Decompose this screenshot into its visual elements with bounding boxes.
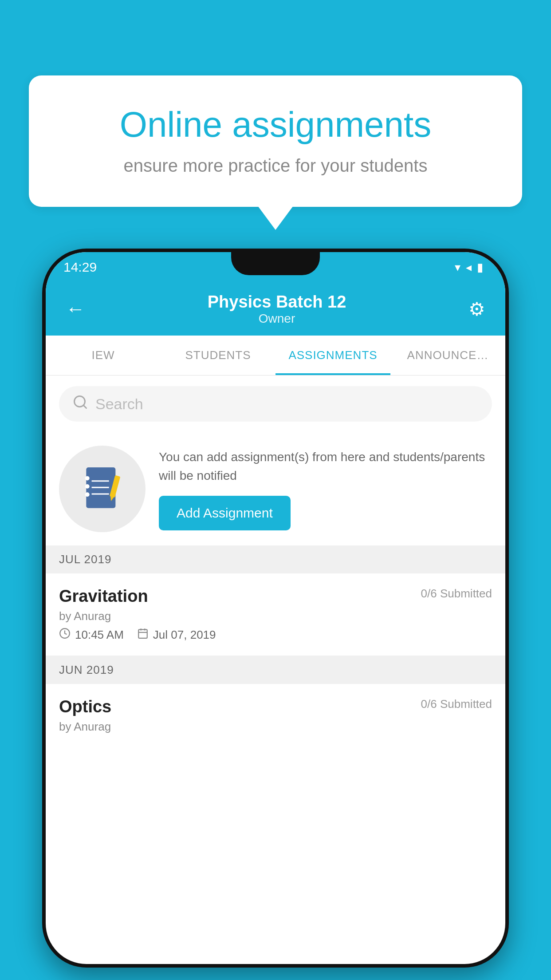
- assignment-promo: You can add assignment(s) from here and …: [46, 432, 505, 545]
- phone-screen: 14:29 ▾ ◂ ▮ ← Physics Batch 12 Owner ⚙ I…: [46, 252, 505, 964]
- assignment-name-gravitation: Gravitation: [59, 587, 148, 606]
- status-time: 14:29: [63, 260, 97, 275]
- svg-point-9: [85, 484, 89, 489]
- assignment-submitted-optics: 0/6 Submitted: [421, 697, 492, 711]
- tab-announcements-label: ANNOUNCE…: [407, 348, 489, 362]
- svg-line-1: [83, 405, 87, 408]
- notebook-icon: [80, 465, 125, 514]
- calendar-icon: [137, 628, 149, 642]
- clock-icon: [59, 628, 71, 642]
- search-placeholder: Search: [95, 395, 143, 413]
- assignment-meta-gravitation: 10:45 AM Jul 07, 2019: [59, 628, 492, 642]
- assignment-info: You can add assignment(s) from here and …: [159, 448, 492, 530]
- assignment-row-gravitation[interactable]: Gravitation 0/6 Submitted by Anurag 10:4…: [46, 573, 505, 656]
- meta-time-value: 10:45 AM: [75, 628, 124, 642]
- search-icon: [72, 394, 88, 414]
- tab-announcements[interactable]: ANNOUNCE…: [390, 336, 505, 375]
- assignment-submitted-gravitation: 0/6 Submitted: [421, 587, 492, 601]
- tabs-bar: IEW STUDENTS ASSIGNMENTS ANNOUNCE…: [46, 336, 505, 375]
- svg-point-10: [85, 492, 89, 497]
- tab-assignments-label: ASSIGNMENTS: [288, 348, 377, 362]
- wifi-icon: ▾: [455, 261, 460, 274]
- add-assignment-button[interactable]: Add Assignment: [159, 496, 291, 530]
- section-header-jun: JUN 2019: [46, 656, 505, 684]
- svg-point-8: [85, 476, 89, 480]
- phone-frame: 14:29 ▾ ◂ ▮ ← Physics Batch 12 Owner ⚙ I…: [42, 249, 509, 968]
- content-area: Search: [46, 375, 505, 743]
- promo-title: Online assignments: [64, 104, 487, 145]
- assignment-info-text: You can add assignment(s) from here and …: [159, 448, 492, 485]
- meta-date: Jul 07, 2019: [137, 628, 216, 642]
- signal-icon: ◂: [466, 261, 472, 274]
- tab-iew-label: IEW: [91, 348, 114, 362]
- battery-icon: ▮: [477, 261, 483, 274]
- search-bar[interactable]: Search: [59, 386, 492, 422]
- tab-iew[interactable]: IEW: [46, 336, 161, 375]
- assignment-author-optics: by Anurag: [59, 720, 492, 734]
- assignment-author-gravitation: by Anurag: [59, 609, 492, 623]
- meta-time: 10:45 AM: [59, 628, 124, 642]
- assignment-row-top: Gravitation 0/6 Submitted: [59, 587, 492, 606]
- section-header-jul: JUL 2019: [46, 545, 505, 573]
- app-bar-title-container: Physics Batch 12 Owner: [208, 292, 346, 326]
- promo-subtitle: ensure more practice for your students: [64, 156, 487, 176]
- assignment-row-top-optics: Optics 0/6 Submitted: [59, 697, 492, 716]
- tab-assignments[interactable]: ASSIGNMENTS: [276, 336, 390, 375]
- notebook-icon-circle: [59, 446, 146, 532]
- app-bar-subtitle: Owner: [208, 312, 346, 326]
- meta-date-value: Jul 07, 2019: [153, 628, 216, 642]
- back-button[interactable]: ←: [66, 298, 85, 320]
- app-bar-title: Physics Batch 12: [208, 292, 346, 312]
- phone-notch: [231, 252, 320, 275]
- promo-card: Online assignments ensure more practice …: [29, 75, 522, 207]
- app-bar: ← Physics Batch 12 Owner ⚙: [46, 282, 505, 336]
- section-header-jul-label: JUL 2019: [59, 553, 111, 566]
- status-icons: ▾ ◂ ▮: [455, 261, 483, 274]
- assignment-name-optics: Optics: [59, 697, 111, 716]
- section-header-jun-label: JUN 2019: [59, 663, 114, 676]
- svg-rect-12: [138, 629, 147, 638]
- assignment-row-optics[interactable]: Optics 0/6 Submitted by Anurag: [46, 684, 505, 743]
- tab-students-label: STUDENTS: [185, 348, 251, 362]
- settings-icon[interactable]: ⚙: [468, 298, 485, 320]
- tab-students[interactable]: STUDENTS: [161, 336, 276, 375]
